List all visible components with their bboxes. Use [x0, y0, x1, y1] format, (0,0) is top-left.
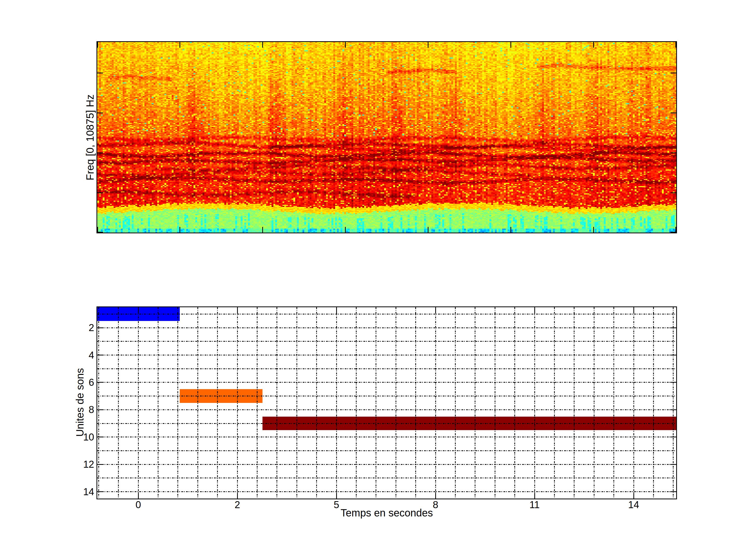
gantt-y-tick-right: [670, 436, 676, 437]
gantt-y-tick: [97, 327, 103, 328]
grid-line-vertical: [634, 307, 634, 499]
gantt-y-tick: [97, 382, 103, 383]
grid-line-vertical: [415, 307, 416, 499]
grid-line-vertical: [653, 307, 654, 499]
gantt-x-tick: [634, 493, 634, 499]
spectrogram-x-tick-top: [262, 42, 263, 48]
gantt-y-tick: [97, 464, 103, 465]
grid-line-vertical: [118, 307, 119, 499]
grid-line-vertical: [197, 307, 198, 499]
spectrogram-x-tick: [345, 227, 346, 233]
grid-line-horizontal: [97, 478, 676, 478]
gantt-y-tick-label: 8: [60, 404, 94, 415]
gantt-y-tick: [97, 409, 103, 410]
grid-line-vertical: [574, 307, 574, 499]
grid-line-horizontal: [97, 396, 676, 396]
spectrogram-x-tick-top: [97, 42, 98, 48]
grid-line-horizontal: [97, 355, 676, 355]
gantt-x-tick: [336, 493, 337, 499]
grid-line-horizontal: [97, 450, 676, 451]
grid-line-horizontal: [97, 436, 676, 437]
spectrogram-y-tick-right: [670, 112, 676, 113]
gantt-y-tick-right: [670, 327, 676, 328]
gantt-y-tick-right: [670, 355, 676, 355]
grid-line-vertical: [613, 307, 614, 499]
grid-line-horizontal: [97, 368, 676, 369]
spectrogram-x-tick-top: [345, 42, 346, 48]
spectrogram-y-tick-right: [670, 153, 676, 153]
spectrogram-x-tick: [428, 227, 429, 233]
grid-line-vertical: [356, 307, 357, 499]
spectrogram-y-tick-right: [670, 192, 676, 193]
gantt-y-tick-label: 4: [60, 350, 94, 361]
grid-line-vertical: [138, 307, 139, 499]
gantt-y-tick: [97, 355, 103, 355]
grid-line-vertical: [514, 307, 515, 499]
spectrogram-x-tick: [262, 227, 263, 233]
grid-line-horizontal: [97, 327, 676, 328]
gantt-x-tick-top: [237, 307, 238, 313]
grid-line-horizontal: [97, 491, 676, 492]
gantt-y-tick-right: [670, 409, 676, 410]
gantt-x-tick-top: [138, 307, 139, 313]
grid-line-vertical: [158, 307, 158, 499]
gantt-axes: [97, 306, 677, 499]
gantt-x-tick-label: 0: [135, 499, 141, 510]
spectrogram-y-tick: [97, 73, 103, 73]
spectrogram-y-tick-right: [670, 232, 676, 233]
grid-line-vertical: [277, 307, 277, 499]
spectrogram-x-tick-top: [593, 42, 594, 48]
spectrogram-x-tick-top: [428, 42, 429, 48]
spectrogram-y-tick: [97, 232, 103, 233]
spectrogram-x-tick-top: [675, 42, 676, 48]
spectrogram-image: [97, 42, 676, 233]
grid-line-horizontal: [97, 409, 676, 410]
gantt-x-tick: [534, 493, 535, 499]
grid-line-vertical: [297, 307, 297, 499]
grid-line-vertical: [495, 307, 495, 499]
spectrogram-x-tick: [593, 227, 594, 233]
gantt-y-tick-right: [670, 382, 676, 383]
gantt-x-tick-label: 11: [530, 499, 540, 510]
grid-line-vertical: [395, 307, 396, 499]
grid-line-vertical: [98, 307, 99, 499]
gantt-y-tick-right: [670, 491, 676, 492]
gantt-x-tick-top: [534, 307, 535, 313]
spectrogram-y-tick-right: [670, 73, 676, 73]
gantt-x-tick-top: [634, 307, 634, 313]
grid-line-vertical: [316, 307, 317, 499]
figure: Freq [0, 10875] Hz Unites de sons Temps …: [0, 0, 747, 560]
grid-line-vertical: [177, 307, 178, 499]
grid-line-horizontal: [97, 464, 676, 465]
grid-line-vertical: [554, 307, 555, 499]
grid-line-horizontal: [97, 382, 676, 383]
gantt-y-tick-label: 14: [60, 486, 94, 497]
spectrogram-y-tick: [97, 192, 103, 193]
gantt-y-tick-right: [670, 464, 676, 465]
spectrogram-y-tick: [97, 153, 103, 153]
gantt-y-tick-label: 10: [60, 432, 94, 443]
grid-line-vertical: [475, 307, 475, 499]
grid-line-vertical: [435, 307, 436, 499]
grid-line-vertical: [594, 307, 594, 499]
spectrogram-x-tick-top: [179, 42, 180, 48]
gantt-xlabel: Temps en secondes: [340, 507, 433, 519]
gantt-x-tick: [237, 493, 238, 499]
gantt-x-tick: [435, 493, 436, 499]
gantt-x-tick: [138, 493, 139, 499]
grid-line-vertical: [237, 307, 238, 499]
grid-line-vertical: [376, 307, 376, 499]
grid-line-horizontal: [97, 341, 676, 342]
spectrogram-ylabel: Freq [0, 10875] Hz: [84, 95, 96, 180]
gantt-x-tick-label: 8: [433, 499, 438, 510]
spectrogram-x-tick: [511, 227, 511, 233]
grid-line-vertical: [455, 307, 456, 499]
spectrogram-x-tick: [179, 227, 180, 233]
gantt-y-tick: [97, 436, 103, 437]
gantt-x-tick-label: 2: [234, 499, 240, 510]
gantt-y-tick: [97, 491, 103, 492]
spectrogram-y-tick: [97, 112, 103, 113]
gantt-y-tick-label: 2: [60, 322, 94, 333]
grid-line-vertical: [257, 307, 258, 499]
grid-line-vertical: [673, 307, 674, 499]
